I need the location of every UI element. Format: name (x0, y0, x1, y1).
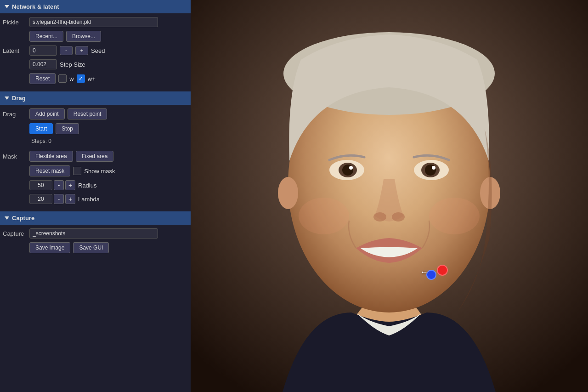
face-canvas[interactable]: ← (191, 0, 588, 392)
pickle-input[interactable] (29, 17, 158, 27)
mask-label: Mask (3, 153, 27, 160)
left-panel: Network & latent Pickle Recent... Browse… (0, 0, 191, 392)
capture-triangle-icon (5, 216, 9, 220)
save-image-button[interactable]: Save image (29, 242, 70, 253)
flexible-area-button[interactable]: Flexible area (29, 151, 73, 162)
network-section-title: Network & latent (12, 3, 59, 10)
lambda-label: Lambda (78, 196, 100, 203)
radius-row: - + Radius (29, 180, 188, 190)
seed-label: Seed (91, 47, 105, 54)
image-overlay[interactable] (191, 0, 588, 392)
wplus-label: w+ (88, 75, 96, 82)
wplus-checkbox[interactable] (77, 74, 85, 83)
w-checkbox[interactable] (58, 74, 67, 83)
network-triangle-icon (5, 5, 9, 8)
start-stop-row: Start Stop (29, 123, 188, 134)
capture-section-title: Capture (12, 215, 34, 222)
show-mask-label: Show mask (84, 168, 115, 175)
capture-section-body: Capture Save image Save GUI (0, 225, 191, 261)
reset-row: Reset w w+ (29, 73, 188, 84)
mask-buttons-row: Mask Flexible area Fixed area (3, 151, 188, 162)
reset-button[interactable]: Reset (29, 73, 56, 84)
recent-button[interactable]: Recent... (29, 31, 63, 42)
latent-row: Latent - + Seed (3, 45, 188, 56)
w-label: w (69, 75, 74, 82)
steps-row: Steps: 0 (29, 138, 188, 147)
drag-section: Drag Drag Add point Reset point Start St… (0, 91, 191, 211)
lambda-row: - + Lambda (29, 194, 188, 204)
capture-label: Capture (3, 230, 27, 237)
stepsize-input[interactable] (29, 59, 57, 69)
network-section: Network & latent Pickle Recent... Browse… (0, 0, 191, 91)
drag-section-body: Drag Add point Reset point Start Stop St… (0, 105, 191, 211)
mask-options-row: Reset mask Show mask (29, 165, 188, 176)
latent-label: Latent (3, 47, 27, 54)
drag-points-row: Drag Add point Reset point (3, 108, 188, 119)
start-button[interactable]: Start (29, 123, 53, 134)
stop-button[interactable]: Stop (56, 123, 79, 134)
latent-plus-button[interactable]: + (75, 46, 88, 55)
reset-point-button[interactable]: Reset point (68, 108, 107, 119)
steps-text: Steps: 0 (31, 138, 51, 144)
fixed-area-button[interactable]: Fixed area (76, 151, 114, 162)
capture-input[interactable] (29, 228, 158, 239)
radius-input-group: - + (29, 180, 75, 190)
pickle-row: Pickle (3, 17, 188, 27)
capture-section-header[interactable]: Capture (0, 211, 191, 225)
pickle-label: Pickle (3, 19, 27, 26)
radius-input[interactable] (29, 180, 52, 190)
lambda-minus-button[interactable]: - (54, 194, 64, 204)
drag-section-header[interactable]: Drag (0, 91, 191, 105)
add-point-button[interactable]: Add point (29, 108, 65, 119)
latent-input[interactable] (29, 45, 57, 56)
radius-minus-button[interactable]: - (54, 180, 64, 190)
lambda-input-group: - + (29, 194, 75, 204)
browse-button[interactable]: Browse... (66, 31, 101, 42)
drag-triangle-icon (5, 97, 9, 100)
network-section-body: Pickle Recent... Browse... Latent - + Se… (0, 13, 191, 91)
radius-plus-button[interactable]: + (65, 180, 75, 190)
stepsize-label: Step Size (60, 61, 85, 68)
network-section-header[interactable]: Network & latent (0, 0, 191, 13)
drag-label: Drag (3, 111, 27, 118)
pickle-buttons-row: Recent... Browse... (29, 31, 188, 42)
lambda-input[interactable] (29, 194, 52, 204)
reset-mask-button[interactable]: Reset mask (29, 165, 70, 176)
save-gui-button[interactable]: Save GUI (73, 242, 109, 253)
capture-buttons-row: Save image Save GUI (29, 242, 188, 253)
drag-section-title: Drag (12, 95, 26, 102)
latent-minus-button[interactable]: - (60, 46, 73, 55)
lambda-plus-button[interactable]: + (65, 194, 75, 204)
stepsize-row: Step Size (29, 59, 188, 69)
radius-label: Radius (78, 182, 96, 189)
right-panel[interactable]: ← (191, 0, 588, 392)
capture-section: Capture Capture Save image Save GUI (0, 211, 191, 261)
show-mask-checkbox[interactable] (73, 167, 81, 175)
capture-path-row: Capture (3, 228, 188, 239)
